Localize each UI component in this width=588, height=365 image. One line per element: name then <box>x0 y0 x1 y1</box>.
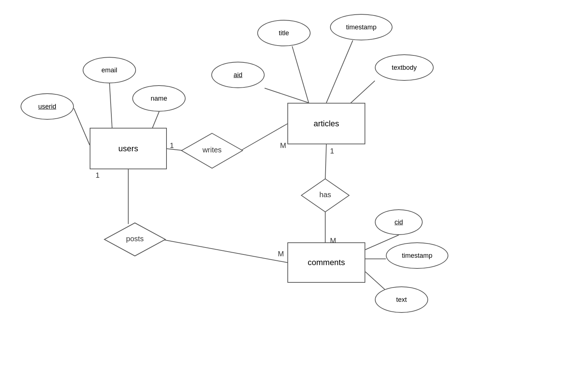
attr-title-label: title <box>279 29 289 37</box>
cardinality-1-has: 1 <box>330 147 334 155</box>
svg-line-3 <box>265 88 309 103</box>
svg-text:has: has <box>319 191 331 199</box>
entity-comments: comments <box>287 242 365 283</box>
cardinality-m-has: M <box>330 236 336 245</box>
attr-name: name <box>132 85 186 112</box>
cardinality-1-writes: 1 <box>170 141 174 150</box>
attr-email-label: email <box>101 66 117 74</box>
svg-line-5 <box>326 40 353 103</box>
svg-line-1 <box>110 83 112 128</box>
cardinality-m-posts: M <box>278 250 284 258</box>
svg-line-0 <box>74 108 90 145</box>
attr-text-label: text <box>396 296 407 304</box>
attr-name-label: name <box>151 95 167 102</box>
attr-cid-label: cid <box>394 218 403 226</box>
svg-text:writes: writes <box>202 146 222 154</box>
entity-articles: articles <box>287 103 365 144</box>
entity-comments-label: comments <box>308 258 345 267</box>
attr-textbody: textbody <box>375 54 434 81</box>
attr-timestamp-a: timestamp <box>330 14 392 40</box>
er-diagram: users articles comments userid email nam… <box>0 0 588 365</box>
connections-svg <box>0 0 588 365</box>
attr-aid: aid <box>211 62 265 88</box>
rel-writes-svg: writes <box>180 131 244 170</box>
svg-line-12 <box>164 240 287 263</box>
attr-userid-label: userid <box>38 103 56 111</box>
attr-aid-label: aid <box>233 71 242 79</box>
rel-has-svg: has <box>300 177 351 214</box>
attr-timestamp-a-label: timestamp <box>346 24 376 31</box>
entity-articles-label: articles <box>313 119 339 129</box>
attr-timestamp-c-label: timestamp <box>402 252 432 260</box>
rel-posts-svg: posts <box>103 221 167 258</box>
entity-users-label: users <box>118 144 138 153</box>
attr-timestamp-c: timestamp <box>386 242 448 269</box>
attr-title: title <box>257 20 311 46</box>
svg-text:posts: posts <box>126 235 144 243</box>
cardinality-1-posts: 1 <box>96 171 100 180</box>
svg-line-9 <box>325 144 326 180</box>
attr-cid: cid <box>375 209 423 235</box>
cardinality-m-writes: M <box>280 141 286 150</box>
attr-text: text <box>375 286 428 313</box>
entity-users: users <box>90 128 167 169</box>
attr-email: email <box>83 57 136 83</box>
attr-userid: userid <box>21 93 74 120</box>
svg-line-4 <box>292 46 309 103</box>
attr-textbody-label: textbody <box>392 64 417 72</box>
